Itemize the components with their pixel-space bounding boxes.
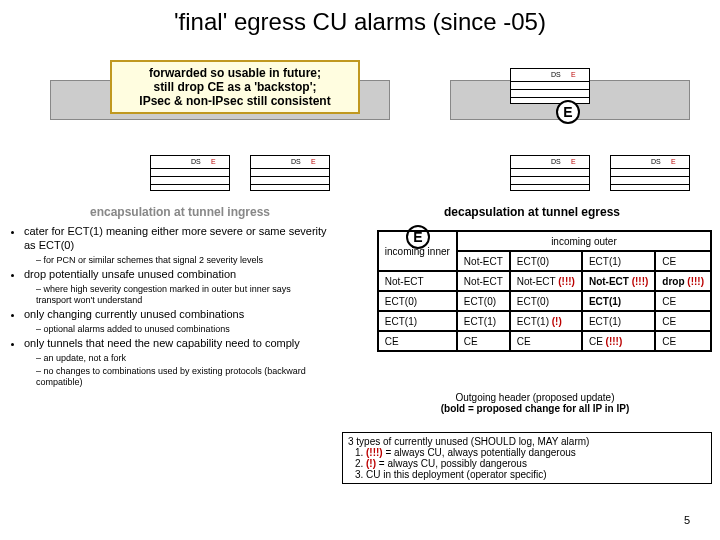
ds-label: DS xyxy=(651,158,661,165)
types-item: (!!!) = always CU, always potentially da… xyxy=(366,447,706,458)
bullet-item: cater for ECT(1) meaning either more sev… xyxy=(24,225,328,253)
e-circle-icon: E xyxy=(556,100,580,124)
sub-bullet: an update, not a fork xyxy=(36,353,328,364)
ecn-label: E xyxy=(571,158,576,165)
types-box: 3 types of currently unused (SHOULD log,… xyxy=(342,432,712,484)
matrix-cell: ECT(1) xyxy=(582,291,655,311)
ds-label: DS xyxy=(551,158,561,165)
out-line1: Outgoing header (proposed update) xyxy=(380,392,690,403)
decap-matrix: incoming innerincoming outerNot-ECTECT(0… xyxy=(377,230,712,352)
header-box: DS E xyxy=(510,68,590,104)
matrix-cell: ECT(0) xyxy=(510,291,582,311)
matrix-cell: Not-ECT xyxy=(457,271,510,291)
callout-line: still drop CE as a 'backstop'; xyxy=(118,80,352,94)
encap-caption: encapsulation at tunnel ingress xyxy=(90,205,270,219)
decap-caption: decapsulation at tunnel egress xyxy=(444,205,620,219)
matrix-cell: CE xyxy=(510,331,582,351)
types-item: CU in this deployment (operator specific… xyxy=(366,469,706,480)
ecn-label: E xyxy=(311,158,316,165)
matrix-cell: ECT(1) (!) xyxy=(510,311,582,331)
matrix-cell: CE (!!!) xyxy=(582,331,655,351)
header-box: DS E xyxy=(250,155,330,191)
matrix-cell: ECT(0) xyxy=(457,291,510,311)
bullet-item: drop potentially unsafe unused combinati… xyxy=(24,268,328,282)
out-line2: (bold = proposed change for all IP in IP… xyxy=(380,403,690,414)
sub-bullet: optional alarms added to unused combinat… xyxy=(36,324,328,335)
ecn-label: E xyxy=(671,158,676,165)
slide-title: 'final' egress CU alarms (since -05) xyxy=(0,0,720,40)
matrix-cell: CE xyxy=(655,291,711,311)
matrix-cell: Not-ECT (!!!) xyxy=(510,271,582,291)
ds-label: DS xyxy=(291,158,301,165)
bullet-item: only changing currently unused combinati… xyxy=(24,308,328,322)
ds-label: DS xyxy=(551,71,561,78)
matrix-cell: CE xyxy=(655,331,711,351)
matrix-cell: Not-ECT (!!!) xyxy=(582,271,655,291)
ds-label: DS xyxy=(191,158,201,165)
types-list: (!!!) = always CU, always potentially da… xyxy=(366,447,706,480)
callout-line: IPsec & non-IPsec still consistent xyxy=(118,94,352,108)
matrix-cell: CE xyxy=(655,311,711,331)
page-number: 5 xyxy=(684,514,690,526)
matrix-cell: ECT(1) xyxy=(582,311,655,331)
matrix-cell: drop (!!!) xyxy=(655,271,711,291)
outgoing-caption: Outgoing header (proposed update) (bold … xyxy=(380,392,690,414)
bullet-list: cater for ECT(1) meaning either more sev… xyxy=(8,225,328,391)
matrix-cell: CE xyxy=(457,331,510,351)
header-box: DS E xyxy=(610,155,690,191)
callout-line: forwarded so usable in future; xyxy=(118,66,352,80)
sub-bullet: no changes to combinations used by exist… xyxy=(36,366,328,389)
types-item: (!) = always CU, possibly dangerous xyxy=(366,458,706,469)
header-box: DS E xyxy=(510,155,590,191)
types-header: 3 types of currently unused (SHOULD log,… xyxy=(348,436,706,447)
ecn-label: E xyxy=(571,71,576,78)
bullet-item: only tunnels that need the new capabilit… xyxy=(24,337,328,351)
diagram-area: DS E DS E DS E DS E DS E xyxy=(0,60,720,200)
sub-bullet: where high severity congestion marked in… xyxy=(36,284,328,307)
sub-bullet: for PCN or similar schemes that signal 2… xyxy=(36,255,328,266)
matrix-cell: ECT(1) xyxy=(457,311,510,331)
header-box: DS E xyxy=(150,155,230,191)
callout-box: forwarded so usable in future; still dro… xyxy=(110,60,360,114)
ecn-label: E xyxy=(211,158,216,165)
